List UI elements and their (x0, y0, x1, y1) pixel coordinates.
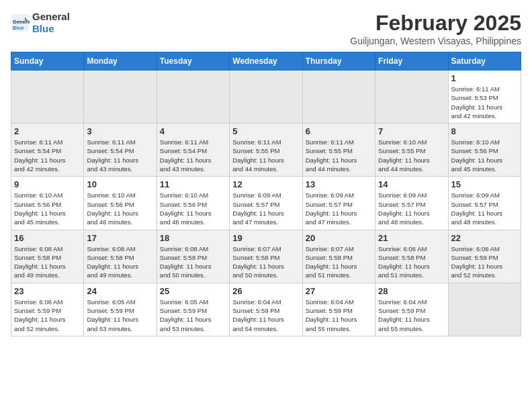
day-number: 8 (451, 126, 518, 136)
calendar-cell-week3-day7: 15Sunrise: 6:09 AM Sunset: 5:57 PM Dayli… (448, 177, 521, 230)
day-number: 21 (378, 233, 445, 243)
day-number: 11 (160, 179, 226, 189)
calendar-week-4: 16Sunrise: 6:08 AM Sunset: 5:58 PM Dayli… (11, 230, 521, 283)
calendar-cell-week1-day1 (11, 71, 84, 124)
day-info: Sunrise: 6:06 AM Sunset: 5:59 PM Dayligh… (451, 244, 518, 280)
day-info: Sunrise: 6:09 AM Sunset: 5:57 PM Dayligh… (232, 191, 299, 226)
calendar-cell-week4-day7: 22Sunrise: 6:06 AM Sunset: 5:59 PM Dayli… (448, 230, 521, 283)
calendar-cell-week3-day1: 9Sunrise: 6:10 AM Sunset: 5:56 PM Daylig… (11, 177, 84, 230)
calendar-cell-week3-day3: 11Sunrise: 6:10 AM Sunset: 5:56 PM Dayli… (157, 177, 229, 230)
day-info: Sunrise: 6:05 AM Sunset: 5:59 PM Dayligh… (87, 298, 153, 333)
calendar-cell-week1-day3 (157, 71, 229, 124)
day-number: 1 (451, 73, 518, 83)
calendar-cell-week2-day3: 4Sunrise: 6:11 AM Sunset: 5:54 PM Daylig… (157, 124, 229, 177)
day-number: 27 (306, 286, 372, 296)
calendar-cell-week3-day4: 12Sunrise: 6:09 AM Sunset: 5:57 PM Dayli… (230, 177, 302, 230)
title-area: February 2025 Guiljungan, Western Visaya… (350, 11, 521, 46)
day-number: 19 (232, 233, 299, 243)
day-info: Sunrise: 6:11 AM Sunset: 5:55 PM Dayligh… (232, 138, 299, 173)
day-number: 5 (232, 126, 299, 136)
day-number: 26 (232, 286, 299, 296)
calendar-cell-week1-day2 (84, 71, 157, 124)
weekday-header-wednesday: Wednesday (230, 52, 302, 71)
day-number: 6 (306, 126, 372, 136)
calendar-cell-week1-day4 (230, 71, 302, 124)
calendar-cell-week1-day7: 1Sunrise: 6:11 AM Sunset: 5:53 PM Daylig… (448, 71, 521, 124)
day-info: Sunrise: 6:07 AM Sunset: 5:58 PM Dayligh… (306, 244, 372, 280)
day-info: Sunrise: 6:08 AM Sunset: 5:58 PM Dayligh… (160, 244, 226, 280)
day-info: Sunrise: 6:10 AM Sunset: 5:56 PM Dayligh… (160, 191, 226, 226)
logo-icon: General Blue (11, 13, 30, 32)
day-info: Sunrise: 6:11 AM Sunset: 5:55 PM Dayligh… (306, 138, 372, 173)
calendar-cell-week5-day3: 25Sunrise: 6:05 AM Sunset: 5:59 PM Dayli… (157, 283, 229, 336)
day-number: 3 (87, 126, 153, 136)
day-number: 18 (160, 233, 226, 243)
calendar-cell-week2-day7: 8Sunrise: 6:10 AM Sunset: 5:56 PM Daylig… (448, 124, 521, 177)
calendar-cell-week1-day6 (375, 71, 448, 124)
calendar-cell-week2-day1: 2Sunrise: 6:11 AM Sunset: 5:54 PM Daylig… (11, 124, 84, 177)
calendar-cell-week5-day7 (448, 283, 521, 336)
calendar-cell-week5-day2: 24Sunrise: 6:05 AM Sunset: 5:59 PM Dayli… (84, 283, 157, 336)
weekday-header-friday: Friday (375, 52, 448, 71)
day-info: Sunrise: 6:09 AM Sunset: 5:57 PM Dayligh… (451, 191, 518, 226)
calendar-cell-week5-day1: 23Sunrise: 6:06 AM Sunset: 5:59 PM Dayli… (11, 283, 84, 336)
weekday-header-saturday: Saturday (448, 52, 521, 71)
day-number: 24 (87, 286, 153, 296)
calendar-cell-week2-day2: 3Sunrise: 6:11 AM Sunset: 5:54 PM Daylig… (84, 124, 157, 177)
calendar-cell-week1-day5 (302, 71, 375, 124)
day-info: Sunrise: 6:10 AM Sunset: 5:56 PM Dayligh… (451, 138, 518, 173)
day-info: Sunrise: 6:11 AM Sunset: 5:53 PM Dayligh… (451, 85, 518, 120)
day-info: Sunrise: 6:08 AM Sunset: 5:58 PM Dayligh… (14, 244, 81, 280)
svg-text:Blue: Blue (13, 25, 24, 31)
day-number: 4 (160, 126, 226, 136)
weekday-header-monday: Monday (84, 52, 157, 71)
location: Guiljungan, Western Visayas, Philippines (350, 36, 521, 46)
calendar-week-5: 23Sunrise: 6:06 AM Sunset: 5:59 PM Dayli… (11, 283, 521, 336)
day-number: 13 (306, 179, 372, 189)
calendar-cell-week4-day6: 21Sunrise: 6:06 AM Sunset: 5:58 PM Dayli… (375, 230, 448, 283)
day-info: Sunrise: 6:11 AM Sunset: 5:54 PM Dayligh… (87, 138, 153, 173)
calendar-cell-week2-day4: 5Sunrise: 6:11 AM Sunset: 5:55 PM Daylig… (230, 124, 302, 177)
calendar-cell-week3-day6: 14Sunrise: 6:09 AM Sunset: 5:57 PM Dayli… (375, 177, 448, 230)
weekday-header-sunday: Sunday (11, 52, 84, 71)
day-number: 7 (378, 126, 445, 136)
day-info: Sunrise: 6:10 AM Sunset: 5:55 PM Dayligh… (378, 138, 445, 173)
calendar-table: SundayMondayTuesdayWednesdayThursdayFrid… (11, 52, 521, 336)
day-number: 16 (14, 233, 81, 243)
calendar-cell-week2-day5: 6Sunrise: 6:11 AM Sunset: 5:55 PM Daylig… (302, 124, 375, 177)
day-number: 14 (378, 179, 445, 189)
day-info: Sunrise: 6:06 AM Sunset: 5:58 PM Dayligh… (378, 244, 445, 280)
calendar-cell-week5-day6: 28Sunrise: 6:04 AM Sunset: 5:59 PM Dayli… (375, 283, 448, 336)
day-info: Sunrise: 6:06 AM Sunset: 5:59 PM Dayligh… (14, 298, 81, 333)
day-info: Sunrise: 6:05 AM Sunset: 5:59 PM Dayligh… (160, 298, 226, 333)
logo-blue: Blue (32, 23, 70, 35)
day-number: 10 (87, 179, 153, 189)
day-info: Sunrise: 6:04 AM Sunset: 5:59 PM Dayligh… (306, 298, 372, 333)
calendar-cell-week3-day5: 13Sunrise: 6:09 AM Sunset: 5:57 PM Dayli… (302, 177, 375, 230)
calendar-cell-week2-day6: 7Sunrise: 6:10 AM Sunset: 5:55 PM Daylig… (375, 124, 448, 177)
day-info: Sunrise: 6:09 AM Sunset: 5:57 PM Dayligh… (306, 191, 372, 226)
weekday-header-tuesday: Tuesday (157, 52, 229, 71)
day-number: 28 (378, 286, 445, 296)
day-number: 22 (451, 233, 518, 243)
calendar-cell-week5-day4: 26Sunrise: 6:04 AM Sunset: 5:59 PM Dayli… (230, 283, 302, 336)
calendar-cell-week4-day5: 20Sunrise: 6:07 AM Sunset: 5:58 PM Dayli… (302, 230, 375, 283)
day-info: Sunrise: 6:09 AM Sunset: 5:57 PM Dayligh… (378, 191, 445, 226)
calendar-cell-week3-day2: 10Sunrise: 6:10 AM Sunset: 5:56 PM Dayli… (84, 177, 157, 230)
day-info: Sunrise: 6:08 AM Sunset: 5:58 PM Dayligh… (87, 244, 153, 280)
day-number: 9 (14, 179, 81, 189)
day-info: Sunrise: 6:11 AM Sunset: 5:54 PM Dayligh… (14, 138, 81, 173)
calendar-cell-week5-day5: 27Sunrise: 6:04 AM Sunset: 5:59 PM Dayli… (302, 283, 375, 336)
day-number: 12 (232, 179, 299, 189)
calendar-cell-week4-day4: 19Sunrise: 6:07 AM Sunset: 5:58 PM Dayli… (230, 230, 302, 283)
weekday-header-thursday: Thursday (302, 52, 375, 71)
day-number: 20 (306, 233, 372, 243)
day-number: 2 (14, 126, 81, 136)
day-number: 23 (14, 286, 81, 296)
day-info: Sunrise: 6:07 AM Sunset: 5:58 PM Dayligh… (232, 244, 299, 280)
day-info: Sunrise: 6:11 AM Sunset: 5:54 PM Dayligh… (160, 138, 226, 173)
month-title: February 2025 (350, 11, 521, 36)
day-info: Sunrise: 6:10 AM Sunset: 5:56 PM Dayligh… (14, 191, 81, 226)
calendar-week-1: 1Sunrise: 6:11 AM Sunset: 5:53 PM Daylig… (11, 71, 521, 124)
day-info: Sunrise: 6:10 AM Sunset: 5:56 PM Dayligh… (87, 191, 153, 226)
